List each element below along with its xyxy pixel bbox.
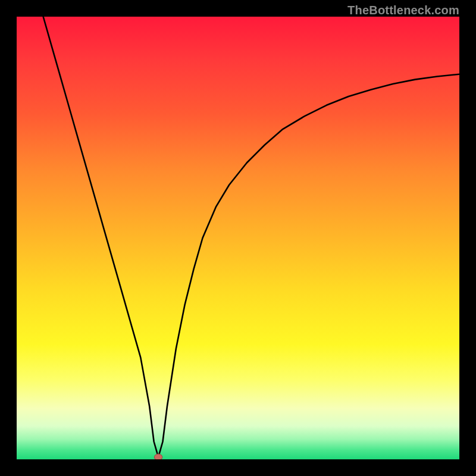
chart-frame: TheBottleneck.com	[0, 0, 476, 476]
watermark-text: TheBottleneck.com	[347, 4, 459, 17]
bottleneck-curve	[17, 17, 459, 459]
plot-area	[17, 17, 459, 459]
minimum-marker	[154, 454, 162, 459]
